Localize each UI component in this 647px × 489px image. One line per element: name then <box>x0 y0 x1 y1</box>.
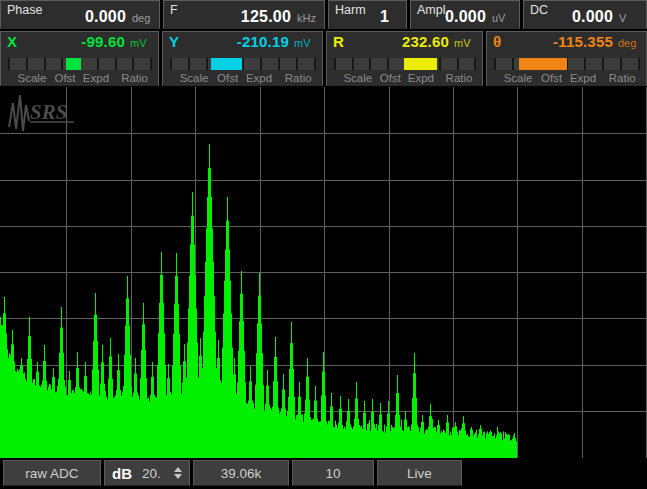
channel-letter: θ <box>493 33 501 50</box>
expd-label[interactable]: Expd <box>83 72 109 84</box>
db-scale-spinner[interactable]: dB 20. <box>104 460 190 486</box>
channel-scale-bar[interactable] <box>495 58 639 70</box>
average-button-label: 10 <box>325 466 340 481</box>
channel-bar-indicator <box>519 58 567 70</box>
phase-panel[interactable]: Phase 0.000deg <box>0 0 160 29</box>
expd-label[interactable]: Expd <box>246 72 272 84</box>
channel-functions: Scale Ofst Expd Ratio <box>335 72 475 86</box>
channel-unit: deg <box>618 37 640 49</box>
scale-label[interactable]: Scale <box>18 72 47 84</box>
harmonic-panel[interactable]: Harm 1 <box>328 0 407 29</box>
amplitude-value: 0.000 <box>445 8 486 26</box>
amplitude-unit: uV <box>492 12 514 24</box>
channel-functions: Scale Ofst Expd Ratio <box>495 72 639 86</box>
dc-unit: V <box>619 12 641 24</box>
dc-value: 0.000 <box>572 8 613 26</box>
channel-unit: mV <box>454 37 476 49</box>
srs-logo: SRS <box>4 91 84 135</box>
frequency-panel[interactable]: F 125.00kHz <box>163 0 325 29</box>
channel-panel-theta[interactable]: θ -115.355 deg Scale Ofst Expd Ratio <box>486 31 647 86</box>
average-button[interactable]: 10 <box>292 460 374 486</box>
amplitude-panel[interactable]: Ampl 0.000uV <box>410 0 520 29</box>
harmonic-value: 1 <box>380 8 389 26</box>
channel-value: 232.60 <box>402 33 449 50</box>
frequency-value: 125.00 <box>241 8 291 26</box>
phase-value: 0.000 <box>85 8 126 26</box>
span-button-label: 39.06k <box>221 466 262 481</box>
dc-panel[interactable]: DC 0.000V <box>523 0 647 29</box>
channel-bar-indicator <box>211 58 241 70</box>
channel-panel-x[interactable]: X -99.60 mV Scale Ofst Expd Ratio <box>0 31 159 86</box>
expd-label[interactable]: Expd <box>408 72 434 84</box>
span-button[interactable]: 39.06k <box>193 460 289 486</box>
srs-logo-text: SRS <box>30 100 67 124</box>
channel-unit: mV <box>130 37 152 49</box>
channel-value: -99.60 <box>81 33 125 50</box>
db-unit-label: dB <box>112 465 132 482</box>
channel-panel-r[interactable]: R 232.60 mV Scale Ofst Expd Ratio <box>326 31 483 86</box>
amplitude-label: Ampl <box>417 3 445 17</box>
scale-label[interactable]: Scale <box>343 72 372 84</box>
channel-bar-indicator <box>404 58 438 70</box>
dc-label: DC <box>530 3 548 17</box>
channel-unit: mV <box>294 37 316 49</box>
ofst-label[interactable]: Ofst <box>54 72 75 84</box>
channel-functions: Scale Ofst Expd Ratio <box>171 72 315 86</box>
ofst-label[interactable]: Ofst <box>541 72 562 84</box>
spectrum-graph: SRS <box>0 87 647 458</box>
expd-label[interactable]: Expd <box>570 72 596 84</box>
frequency-label: F <box>170 3 178 17</box>
ratio-label[interactable]: Ratio <box>285 72 312 84</box>
channel-row: X -99.60 mV Scale Ofst Expd Ratio Y -210… <box>0 31 647 86</box>
ratio-label[interactable]: Ratio <box>609 72 636 84</box>
phase-label: Phase <box>7 3 42 17</box>
up-down-spinner-icon[interactable] <box>174 467 182 479</box>
channel-value: -115.355 <box>553 33 613 50</box>
readout-row: Phase 0.000deg F 125.00kHz Harm 1 Ampl 0… <box>0 0 647 29</box>
ofst-label[interactable]: Ofst <box>380 72 401 84</box>
lockin-display-screen: Phase 0.000deg F 125.00kHz Harm 1 Ampl 0… <box>0 0 647 489</box>
channel-functions: Scale Ofst Expd Ratio <box>9 72 151 86</box>
channel-letter: X <box>7 33 17 50</box>
channel-scale-bar[interactable] <box>171 58 315 70</box>
scale-label[interactable]: Scale <box>504 72 533 84</box>
scale-label[interactable]: Scale <box>180 72 209 84</box>
live-button[interactable]: Live <box>377 460 462 486</box>
channel-bar-indicator <box>66 58 81 70</box>
frequency-unit: kHz <box>297 12 319 24</box>
live-button-label: Live <box>407 466 432 481</box>
phase-unit: deg <box>132 12 154 24</box>
channel-value: -210.19 <box>237 33 289 50</box>
ratio-label[interactable]: Ratio <box>121 72 148 84</box>
source-button[interactable]: raw ADC <box>3 460 101 486</box>
source-button-label: raw ADC <box>25 466 78 481</box>
harmonic-label: Harm <box>335 3 366 17</box>
channel-letter: Y <box>169 33 179 50</box>
bottom-bar: raw ADC dB 20. 39.06k 10 Live <box>0 458 647 489</box>
db-per-div-value: 20. <box>142 466 161 481</box>
channel-panel-y[interactable]: Y -210.19 mV Scale Ofst Expd Ratio <box>162 31 323 86</box>
spectrum-canvas <box>0 87 647 458</box>
ofst-label[interactable]: Ofst <box>217 72 238 84</box>
channel-scale-bar[interactable] <box>335 58 475 70</box>
channel-scale-bar[interactable] <box>9 58 151 70</box>
ratio-label[interactable]: Ratio <box>446 72 473 84</box>
channel-letter: R <box>333 33 344 50</box>
